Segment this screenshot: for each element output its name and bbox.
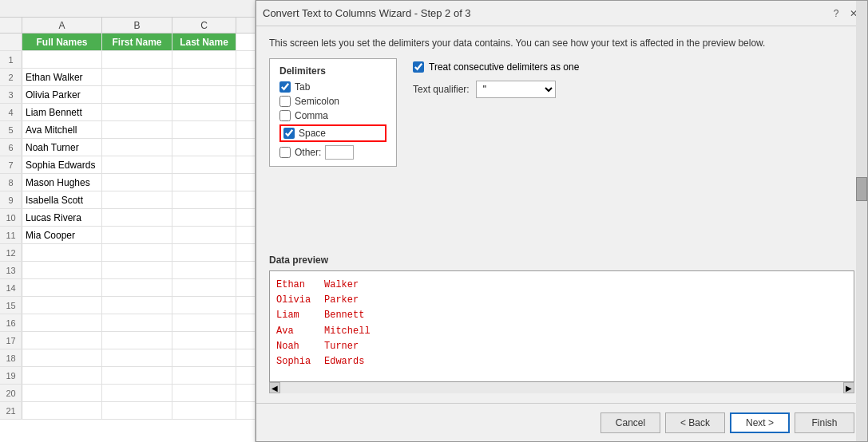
other-checkbox[interactable] <box>279 147 291 158</box>
semicolon-label[interactable]: Semicolon <box>295 96 339 107</box>
cell[interactable] <box>172 174 236 191</box>
cell[interactable] <box>172 139 236 156</box>
qualifier-select[interactable]: " ' {none} <box>476 81 556 98</box>
semicolon-checkbox[interactable] <box>279 96 291 107</box>
help-button[interactable]: ? <box>829 6 843 21</box>
cell[interactable] <box>102 279 172 296</box>
cell[interactable] <box>102 402 172 419</box>
cell[interactable] <box>22 279 102 296</box>
table-row: 6Noah Turner <box>0 139 255 156</box>
cell[interactable] <box>22 262 102 278</box>
cell[interactable] <box>102 86 172 103</box>
hscroll-left-arrow[interactable]: ◀ <box>269 382 280 393</box>
cell[interactable] <box>172 191 236 208</box>
cell[interactable]: Full Names <box>22 34 102 50</box>
cancel-button[interactable]: Cancel <box>600 412 660 433</box>
back-button[interactable]: < Back <box>665 412 725 433</box>
cell[interactable] <box>102 156 172 173</box>
preview-box[interactable]: EthanWalkerOliviaParkerLiamBennettAvaMit… <box>269 270 854 382</box>
hscroll-right-arrow[interactable]: ▶ <box>843 382 854 393</box>
cell[interactable] <box>102 51 172 68</box>
cell[interactable]: Noah Turner <box>22 139 102 156</box>
cell[interactable] <box>172 332 236 349</box>
cell[interactable] <box>22 244 102 261</box>
cell[interactable] <box>172 156 236 173</box>
cell[interactable] <box>102 121 172 138</box>
cell[interactable]: Olivia Parker <box>22 86 102 103</box>
cell[interactable] <box>102 349 172 366</box>
cell[interactable] <box>172 227 236 243</box>
space-checkbox[interactable] <box>283 128 295 139</box>
cell[interactable]: Ava Mitchell <box>22 121 102 138</box>
cell[interactable] <box>102 332 172 349</box>
cell[interactable] <box>22 314 102 331</box>
preview-scrollbar[interactable] <box>856 1 867 441</box>
col-header-c: C <box>172 18 236 33</box>
cell[interactable] <box>172 244 236 261</box>
cell[interactable] <box>102 385 172 401</box>
cell[interactable] <box>172 349 236 366</box>
cell[interactable] <box>172 86 236 103</box>
comma-checkbox[interactable] <box>279 110 291 121</box>
cell[interactable] <box>102 297 172 314</box>
preview-row: NoahTurner <box>276 339 847 354</box>
cell[interactable] <box>102 227 172 243</box>
cell[interactable] <box>172 69 236 85</box>
row-number: 11 <box>0 227 22 243</box>
cell[interactable] <box>102 191 172 208</box>
cell[interactable] <box>22 297 102 314</box>
other-label[interactable]: Other: <box>295 147 321 158</box>
dialog-titlebar: Convert Text to Columns Wizard - Step 2 … <box>256 1 867 26</box>
cell[interactable] <box>102 69 172 85</box>
cell[interactable] <box>22 349 102 366</box>
cell[interactable]: Sophia Edwards <box>22 156 102 173</box>
cell[interactable]: Mason Hughes <box>22 174 102 191</box>
cell[interactable] <box>172 367 236 384</box>
cell[interactable]: Liam Bennett <box>22 104 102 120</box>
cell[interactable] <box>172 209 236 226</box>
cell[interactable] <box>22 332 102 349</box>
cell[interactable] <box>102 139 172 156</box>
cell[interactable]: Ethan Walker <box>22 69 102 85</box>
consecutive-label[interactable]: Treat consecutive delimiters as one <box>429 61 579 73</box>
cell[interactable] <box>22 367 102 384</box>
cell[interactable]: Lucas Rivera <box>22 209 102 226</box>
cell[interactable] <box>172 262 236 278</box>
cell[interactable] <box>172 297 236 314</box>
cell[interactable] <box>102 104 172 120</box>
cell[interactable]: Isabella Scott <box>22 191 102 208</box>
finish-button[interactable]: Finish <box>795 412 854 433</box>
cell[interactable] <box>22 51 102 68</box>
corner-cell <box>0 18 22 33</box>
left-panel: Delimiters Tab Semicolon Comma <box>269 58 397 243</box>
cell[interactable] <box>172 104 236 120</box>
cell[interactable] <box>22 385 102 401</box>
cell[interactable] <box>102 367 172 384</box>
cell[interactable] <box>172 279 236 296</box>
tab-label[interactable]: Tab <box>295 81 310 93</box>
cell[interactable] <box>172 314 236 331</box>
tab-checkbox[interactable] <box>279 81 291 93</box>
row-number: 14 <box>0 279 22 296</box>
cell[interactable] <box>102 174 172 191</box>
cell[interactable] <box>172 385 236 401</box>
cell[interactable]: Mia Cooper <box>22 227 102 243</box>
cell[interactable] <box>172 51 236 68</box>
cell[interactable] <box>172 402 236 419</box>
other-input[interactable] <box>325 145 354 160</box>
cell[interactable] <box>102 314 172 331</box>
comma-label[interactable]: Comma <box>295 110 328 121</box>
cell[interactable] <box>102 209 172 226</box>
cell[interactable] <box>102 262 172 278</box>
cell[interactable] <box>172 121 236 138</box>
description: This screen lets you set the delimiters … <box>269 36 854 50</box>
space-label[interactable]: Space <box>299 128 326 139</box>
cell[interactable] <box>102 244 172 261</box>
consecutive-checkbox[interactable] <box>413 61 424 73</box>
cell[interactable]: First Name <box>102 34 172 50</box>
next-button[interactable]: Next > <box>730 412 790 433</box>
cell[interactable]: Last Name <box>172 34 236 50</box>
tab-checkbox-row: Tab <box>279 81 386 93</box>
cell[interactable] <box>22 402 102 419</box>
table-row: 4Liam Bennett <box>0 104 255 121</box>
